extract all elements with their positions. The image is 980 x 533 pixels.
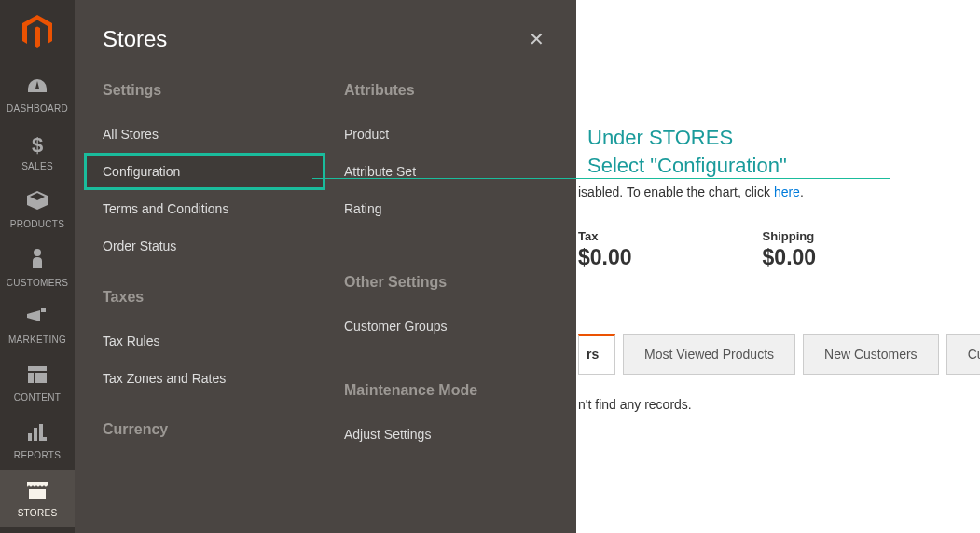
stat-tax-label: Tax (578, 229, 632, 243)
tab-customers-partial[interactable]: Custo (946, 334, 980, 375)
svg-rect-2 (28, 373, 34, 383)
empty-records-message: n't find any records. (578, 397, 692, 412)
link-customer-groups[interactable]: Customer Groups (344, 308, 548, 345)
stat-shipping: Shipping $0.00 (763, 229, 817, 270)
nav-marketing[interactable]: MARKETING (0, 296, 75, 354)
flyout-columns: Settings All Stores Configuration Terms … (75, 63, 576, 455)
bars-icon (28, 422, 47, 446)
other-heading: Other Settings (344, 274, 548, 291)
taxes-heading: Taxes (103, 289, 307, 306)
link-all-stores[interactable]: All Stores (103, 116, 307, 153)
chart-msg-suffix: . (800, 184, 804, 199)
layout-icon (28, 364, 47, 389)
svg-point-0 (34, 249, 41, 256)
megaphone-icon (27, 307, 48, 331)
admin-sidebar: DASHBOARD $ SALES PRODUCTS CUSTOMERS MAR… (0, 0, 75, 533)
link-attribute-set[interactable]: Attribute Set (344, 153, 548, 190)
svg-rect-3 (35, 373, 47, 383)
nav-customers[interactable]: CUSTOMERS (0, 239, 75, 296)
dashboard-icon (26, 75, 48, 100)
flyout-col-right: Attributes Product Attribute Set Rating … (325, 82, 567, 455)
chart-disabled-message: isabled. To enable the chart, click here… (578, 184, 804, 199)
nav-label: MARKETING (8, 335, 66, 345)
tab-most-viewed[interactable]: Most Viewed Products (623, 334, 795, 375)
stats-row: Tax $0.00 Shipping $0.00 (578, 229, 816, 270)
close-button[interactable]: ✕ (525, 24, 548, 54)
attributes-heading: Attributes (344, 82, 548, 99)
nav-label: STORES (18, 508, 58, 518)
stat-shipping-value: $0.00 (763, 245, 817, 270)
svg-rect-5 (34, 428, 37, 441)
magento-logo-icon (22, 15, 52, 50)
nav-sales[interactable]: $ SALES (0, 123, 75, 181)
svg-rect-1 (28, 366, 47, 371)
magento-logo[interactable] (0, 0, 75, 65)
link-product[interactable]: Product (344, 116, 548, 153)
chart-msg-text: isabled. To enable the chart, click (578, 184, 774, 199)
currency-heading: Currency (103, 421, 307, 438)
svg-rect-4 (28, 433, 32, 441)
link-order-status[interactable]: Order Status (103, 227, 307, 265)
nav-stores[interactable]: STORES (0, 470, 75, 527)
nav-label: PRODUCTS (10, 219, 65, 229)
stat-tax-value: $0.00 (578, 245, 632, 270)
link-terms[interactable]: Terms and Conditions (103, 190, 307, 227)
nav-reports[interactable]: REPORTS (0, 412, 75, 470)
tab-new-customers[interactable]: New Customers (803, 334, 939, 375)
link-adjust-settings[interactable]: Adjust Settings (344, 416, 548, 453)
nav-label: SALES (21, 161, 53, 171)
store-icon (27, 480, 48, 504)
box-icon (27, 191, 48, 215)
dollar-icon: $ (32, 133, 43, 157)
chart-enable-link[interactable]: here (774, 184, 800, 199)
annotation-line2: Select "Configuration" (587, 152, 787, 180)
tab-label: New Customers (824, 347, 918, 362)
nav-label: DASHBOARD (7, 103, 68, 114)
stat-shipping-label: Shipping (763, 229, 817, 243)
nav-label: CONTENT (14, 392, 61, 403)
tab-label: Custo (968, 347, 980, 362)
link-tax-zones[interactable]: Tax Zones and Rates (103, 360, 307, 397)
flyout-header: Stores ✕ (75, 0, 576, 63)
link-rating[interactable]: Rating (344, 190, 548, 227)
flyout-col-left: Settings All Stores Configuration Terms … (84, 82, 325, 455)
settings-heading: Settings (103, 82, 307, 99)
person-icon (31, 248, 44, 274)
svg-rect-6 (39, 424, 43, 441)
nav-label: CUSTOMERS (7, 278, 68, 288)
nav-content[interactable]: CONTENT (0, 354, 75, 412)
annotation-pointer-line (312, 178, 890, 179)
flyout-title: Stores (103, 26, 167, 52)
stat-tax: Tax $0.00 (578, 229, 632, 270)
link-tax-rules[interactable]: Tax Rules (103, 322, 307, 360)
annotation-line1: Under STORES (587, 124, 787, 152)
maintenance-heading: Maintenance Mode (344, 382, 548, 399)
nav-label: REPORTS (14, 450, 61, 460)
annotation-text: Under STORES Select "Configuration" (587, 124, 787, 179)
nav-dashboard[interactable]: DASHBOARD (0, 65, 75, 123)
link-configuration[interactable]: Configuration (84, 153, 325, 190)
tab-bestsellers-partial[interactable]: rs (578, 334, 615, 375)
dashboard-tabs: rs Most Viewed Products New Customers Cu… (578, 334, 980, 375)
close-icon: ✕ (529, 29, 545, 49)
svg-rect-7 (43, 437, 47, 441)
tab-label: rs (587, 347, 599, 362)
tab-label: Most Viewed Products (644, 347, 774, 362)
nav-products[interactable]: PRODUCTS (0, 181, 75, 239)
stores-flyout: Stores ✕ Settings All Stores Configurati… (75, 0, 576, 533)
